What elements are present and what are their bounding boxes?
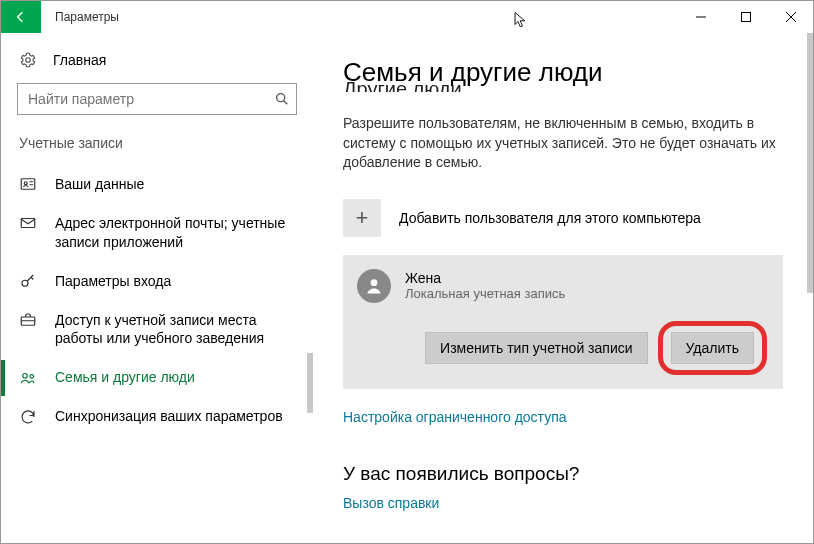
svg-point-8 (23, 373, 28, 378)
close-button[interactable] (768, 1, 813, 33)
person-icon (364, 276, 384, 296)
cursor-pointer-icon (512, 11, 530, 29)
search-box[interactable] (17, 83, 297, 115)
section-description: Разрешите пользователям, не включенным в… (343, 114, 783, 173)
sidebar-item-email-accounts[interactable]: Адрес электронной почты; учетные записи … (1, 204, 313, 262)
change-account-type-button[interactable]: Изменить тип учетной записи (425, 332, 647, 364)
subheading-truncated: Другие люди (343, 78, 789, 92)
svg-point-6 (22, 280, 28, 286)
gear-icon (19, 51, 37, 69)
user-card[interactable]: Жена Локальная учетная запись Изменить т… (343, 255, 783, 389)
add-user-button[interactable]: + Добавить пользователя для этого компью… (343, 199, 789, 237)
id-card-icon (19, 175, 37, 193)
svg-point-10 (371, 279, 378, 286)
search-input[interactable] (26, 90, 274, 108)
sync-icon (19, 408, 37, 426)
content-scrollbar[interactable] (807, 33, 813, 293)
sidebar-item-label: Семья и другие люди (55, 368, 195, 387)
delete-user-button[interactable]: Удалить (671, 332, 754, 364)
window-title: Параметры (41, 1, 119, 33)
back-button[interactable] (1, 1, 41, 33)
minimize-button[interactable] (678, 1, 723, 33)
window-controls (678, 1, 813, 33)
sidebar: Главная Учетные записи Ваши данные Адре (1, 33, 313, 543)
user-account-type: Локальная учетная запись (405, 286, 565, 301)
svg-rect-5 (21, 218, 35, 227)
search-icon (274, 91, 290, 107)
sidebar-nav: Ваши данные Адрес электронной почты; уче… (1, 165, 313, 436)
sidebar-item-label: Адрес электронной почты; учетные записи … (55, 214, 295, 252)
maximize-button[interactable] (723, 1, 768, 33)
sidebar-item-family[interactable]: Семья и другие люди (1, 358, 313, 397)
svg-point-2 (277, 94, 285, 102)
sidebar-item-work-access[interactable]: Доступ к учетной записи места работы или… (1, 301, 313, 359)
titlebar: Параметры (1, 1, 813, 33)
help-link[interactable]: Вызов справки (343, 495, 789, 511)
restricted-access-link[interactable]: Настройка ограниченного доступа (343, 409, 789, 425)
sidebar-item-sync[interactable]: Синхронизация ваших параметров (1, 397, 313, 436)
questions-heading: У вас появились вопросы? (343, 463, 789, 485)
people-icon (19, 369, 37, 387)
sidebar-item-label: Ваши данные (55, 175, 144, 194)
user-name: Жена (405, 270, 565, 286)
sidebar-item-label: Параметры входа (55, 272, 171, 291)
svg-rect-0 (741, 13, 750, 22)
maximize-icon (741, 12, 751, 22)
sidebar-item-label: Синхронизация ваших параметров (55, 407, 283, 426)
user-actions: Изменить тип учетной записи Удалить (357, 321, 767, 375)
svg-point-1 (26, 58, 31, 63)
svg-point-9 (30, 374, 34, 378)
svg-rect-3 (21, 179, 35, 190)
add-user-label: Добавить пользователя для этого компьюте… (399, 210, 701, 226)
sidebar-item-your-info[interactable]: Ваши данные (1, 165, 313, 204)
highlight-ring: Удалить (658, 321, 767, 375)
sidebar-item-signin-options[interactable]: Параметры входа (1, 262, 313, 301)
briefcase-icon (19, 311, 37, 329)
sidebar-section-label: Учетные записи (1, 135, 313, 159)
mail-icon (19, 214, 37, 232)
titlebar-drag-area[interactable] (119, 1, 678, 33)
minimize-icon (696, 12, 706, 22)
home-label: Главная (53, 52, 106, 68)
close-icon (786, 12, 796, 22)
sidebar-item-label: Доступ к учетной записи места работы или… (55, 311, 295, 349)
plus-icon: + (343, 199, 381, 237)
arrow-left-icon (13, 9, 29, 25)
home-nav[interactable]: Главная (1, 45, 313, 83)
key-icon (19, 272, 37, 290)
avatar (357, 269, 391, 303)
svg-point-4 (24, 182, 27, 185)
content-pane: Семья и другие люди Другие люди Разрешит… (313, 33, 813, 543)
user-header: Жена Локальная учетная запись (357, 269, 767, 303)
